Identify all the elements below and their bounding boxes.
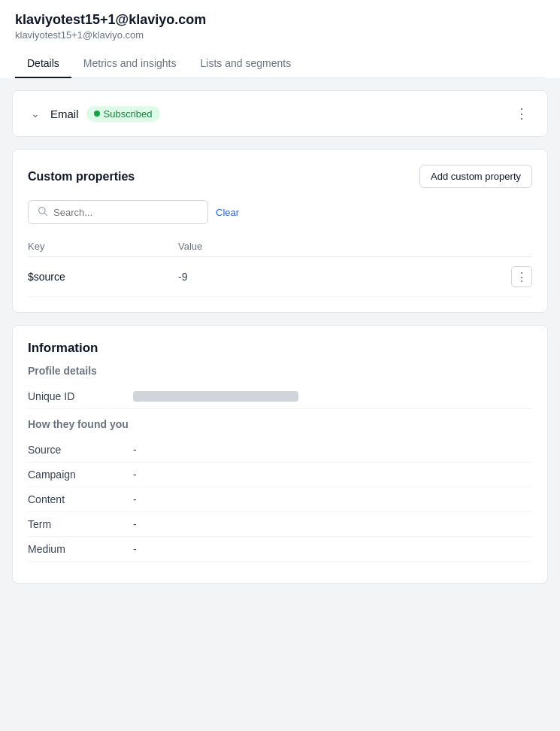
- source-label: Source: [28, 444, 133, 456]
- profile-email-primary: klaviyotest15+1@klaviyo.com: [15, 12, 545, 28]
- medium-row: Medium -: [28, 537, 532, 562]
- content-value: -: [133, 493, 137, 505]
- col-header-value: Value: [178, 241, 532, 252]
- col-header-key: Key: [28, 241, 178, 252]
- row-more-button[interactable]: ⋮: [511, 266, 532, 287]
- add-custom-property-button[interactable]: Add custom property: [419, 165, 532, 188]
- email-channel-label: Email: [50, 108, 79, 120]
- chevron-down-icon[interactable]: ⌄: [28, 106, 43, 121]
- email-more-button[interactable]: ⋮: [511, 103, 532, 124]
- term-row: Term -: [28, 512, 532, 537]
- tab-metrics[interactable]: Metrics and insights: [71, 50, 189, 78]
- custom-properties-title: Custom properties: [28, 170, 135, 184]
- search-box: [28, 200, 208, 224]
- term-value: -: [133, 518, 137, 530]
- campaign-row: Campaign -: [28, 463, 532, 487]
- property-key: $source: [28, 271, 178, 283]
- subscribed-dot: [94, 111, 100, 117]
- information-card: Information Profile details Unique ID Ho…: [12, 325, 548, 584]
- source-row: Source -: [28, 438, 532, 463]
- content-row: Content -: [28, 487, 532, 512]
- custom-properties-header: Custom properties Add custom property: [28, 165, 532, 188]
- profile-email-secondary: klaviyotest15+1@klaviyo.com: [15, 29, 545, 41]
- source-value: -: [133, 444, 137, 456]
- profile-details-label: Profile details: [28, 365, 532, 377]
- tab-bar: Details Metrics and insights Lists and s…: [15, 50, 545, 78]
- search-row: Clear: [28, 200, 532, 224]
- information-title: Information: [28, 341, 532, 356]
- subscribed-badge: Subscribed: [86, 106, 160, 122]
- email-subscription-card: ⌄ Email Subscribed ⋮: [12, 90, 548, 137]
- content-label: Content: [28, 493, 133, 505]
- table-row: $source -9 ⋮: [28, 257, 532, 297]
- custom-properties-card: Custom properties Add custom property Cl…: [12, 149, 548, 313]
- campaign-value: -: [133, 469, 137, 481]
- clear-search-button[interactable]: Clear: [216, 207, 239, 218]
- unique-id-label: Unique ID: [28, 390, 133, 402]
- medium-value: -: [133, 543, 137, 555]
- how-found-section: How they found you Source - Campaign - C…: [28, 418, 532, 562]
- unique-id-value: [133, 391, 298, 402]
- medium-label: Medium: [28, 543, 133, 555]
- email-card-left: ⌄ Email Subscribed: [28, 106, 160, 122]
- property-value: -9: [178, 271, 511, 283]
- term-label: Term: [28, 518, 133, 530]
- campaign-label: Campaign: [28, 469, 133, 481]
- search-icon: [38, 206, 47, 218]
- how-found-label: How they found you: [28, 418, 532, 430]
- table-header: Key Value: [28, 236, 532, 257]
- search-input[interactable]: [53, 207, 198, 218]
- tab-lists[interactable]: Lists and segments: [189, 50, 304, 78]
- subscribed-label: Subscribed: [104, 108, 153, 120]
- tab-details[interactable]: Details: [15, 50, 71, 78]
- unique-id-row: Unique ID: [28, 384, 532, 409]
- svg-line-1: [44, 213, 47, 215]
